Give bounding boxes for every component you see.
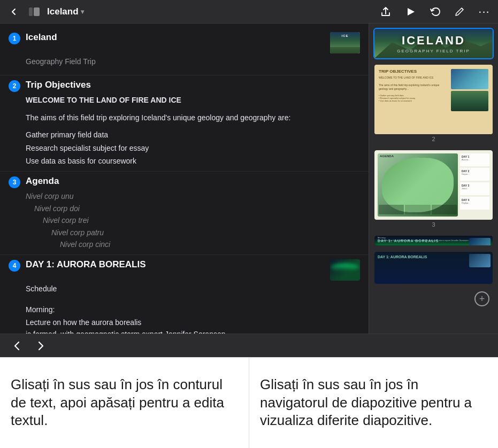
slide2-img-2 xyxy=(451,91,488,111)
slide-3-level-4: Nivel corp patru xyxy=(26,227,360,238)
slide1-nav-subtitle: GEOGRAPHY FIELD TRIP xyxy=(397,49,470,53)
svg-marker-2 xyxy=(408,8,415,16)
top-bar-right: ··· xyxy=(378,4,492,19)
slide-3-level-2: Nivel corp doi xyxy=(26,203,360,214)
main-area: 1 Iceland ICE Geography Field Trip 2 Tri… xyxy=(0,24,498,334)
prev-slide-button[interactable] xyxy=(9,337,26,354)
slide3-box-2: DAY 2 Geysir... xyxy=(460,168,489,181)
slide-4-title: DAY 1: AURORA BOREALIS xyxy=(26,259,146,270)
slide-section-1[interactable]: 1 Iceland ICE Geography Field Trip xyxy=(0,28,369,75)
bottom-bar xyxy=(0,334,498,357)
svg-rect-0 xyxy=(29,7,33,16)
outline-panel[interactable]: 1 Iceland ICE Geography Field Trip 2 Tri… xyxy=(0,24,369,334)
slide-3-header: 3 Agenda xyxy=(9,176,360,188)
slide-1-number: 1 xyxy=(9,33,20,44)
slide-1-title-area: 1 Iceland xyxy=(9,32,57,44)
annotate-button[interactable] xyxy=(452,4,467,19)
nav-slide-5-preview: DAY 1: AURORA BOREALIS xyxy=(374,252,493,284)
slide2-nav-title: TRIP OBJECTIVES xyxy=(379,69,449,74)
slide-section-4[interactable]: 4 DAY 1: AURORA BOREALIS Schedule Mornin… xyxy=(0,255,369,334)
slide-3-title-area: 3 Agenda xyxy=(9,176,59,188)
play-button[interactable] xyxy=(403,4,418,19)
nav-prev-next xyxy=(9,337,49,354)
slide-4-thumbnail xyxy=(330,259,360,281)
nav-slide-5[interactable]: DAY 1: AURORA BOREALIS xyxy=(373,251,494,285)
slide1-nav-title: ICELAND xyxy=(402,34,465,48)
tooltip-left-text: Glisați în sus sau în jos în conturul de… xyxy=(11,376,238,430)
document-title-area[interactable]: Iceland ▾ xyxy=(47,6,84,17)
slide-2-body: WELCOME TO THE LAND OF FIRE AND ICE The … xyxy=(9,94,360,167)
slide3-box-3: DAY 3 Jokul... xyxy=(460,182,489,195)
slide-section-3[interactable]: 3 Agenda Nivel corp unu Nivel corp doi N… xyxy=(0,172,369,255)
slide-4-number: 4 xyxy=(9,260,20,272)
nav-slide-3[interactable]: AGENDA DAY 1 Aurora... DAY 2 Geysir... xyxy=(373,149,494,230)
slide3-map-area: AGENDA xyxy=(378,153,458,217)
slide2-right xyxy=(451,69,488,111)
slide-2-number: 2 xyxy=(9,80,20,92)
sidebar-toggle-icon[interactable] xyxy=(27,4,42,19)
nav-slide-2-number: 2 xyxy=(374,134,493,144)
nav-slide-1[interactable]: ICELAND GEOGRAPHY FIELD TRIP 1 xyxy=(373,28,494,59)
tooltip-right: Glisați în sus sau în jos în navigatorul… xyxy=(249,358,498,448)
slide2-nav-text: WELCOME TO THE LAND OF FIRE AND ICEThe a… xyxy=(379,76,449,91)
slide5-nav-title: DAY 1: AURORA BOREALIS xyxy=(378,255,427,259)
nav-slide-4-preview: DAY 1: AURORA BOREALIS ScheduleMorning:L… xyxy=(374,236,493,245)
nav-slide-4[interactable]: DAY 1: AURORA BOREALIS ScheduleMorning:L… xyxy=(373,235,494,246)
slide-3-title: Agenda xyxy=(26,176,59,187)
slide-4-header: 4 DAY 1: AURORA BOREALIS xyxy=(9,259,360,281)
slide2-img-1 xyxy=(451,69,488,89)
svg-rect-1 xyxy=(34,7,40,16)
more-button[interactable]: ··· xyxy=(477,4,492,19)
slide-3-level-5: Nivel corp cinci xyxy=(26,238,360,250)
tooltip-area: Glisați în sus sau în jos în conturul de… xyxy=(0,357,498,448)
slide-4-schedule: Schedule xyxy=(26,283,360,295)
slide5-corner-img xyxy=(469,254,491,267)
slide-3-level-3: Nivel corp trei xyxy=(26,214,360,226)
nav-slide-2-preview: TRIP OBJECTIVES WELCOME TO THE LAND OF F… xyxy=(374,65,493,134)
title-dropdown-icon[interactable]: ▾ xyxy=(81,8,84,16)
slide-2-title: Trip Objectives xyxy=(26,80,91,90)
next-slide-button[interactable] xyxy=(32,337,49,354)
document-title: Iceland xyxy=(47,6,79,17)
slide-1-body: Geography Field Trip xyxy=(9,56,360,67)
nav-slide-3-number: 3 xyxy=(374,220,493,229)
nav-slide-1-preview: ICELAND GEOGRAPHY FIELD TRIP xyxy=(374,29,493,58)
slide-1-subtitle: Geography Field Trip xyxy=(26,56,360,67)
slide2-left: TRIP OBJECTIVES WELCOME TO THE LAND OF F… xyxy=(379,69,451,102)
slide-1-header: 1 Iceland ICE xyxy=(9,32,360,53)
slide-2-bullet-2: Research specialist subject for essay xyxy=(26,142,360,154)
top-bar-left: Iceland ▾ xyxy=(6,4,84,19)
slide-4-body: Schedule Morning: Lecture on how the aur… xyxy=(9,283,360,334)
slide-1-thumbnail: ICE xyxy=(330,32,360,53)
slide-2-aims: The aims of this field trip exploring Ic… xyxy=(26,112,360,123)
slide-3-body: Nivel corp unu Nivel corp doi Nivel corp… xyxy=(9,190,360,250)
add-slide-button[interactable]: + xyxy=(474,291,489,306)
tooltip-right-text: Glisați în sus sau în jos în navigatorul… xyxy=(260,376,487,430)
top-bar: Iceland ▾ ··· xyxy=(0,0,498,24)
slide-2-header: 2 Trip Objectives xyxy=(9,80,360,92)
nav-slide-4-number: 4 xyxy=(374,245,493,246)
nav-slide-2[interactable]: TRIP OBJECTIVES WELCOME TO THE LAND OF F… xyxy=(373,64,494,145)
slide-2-bullet-1: Gather primary field data xyxy=(26,129,360,141)
slide-section-2[interactable]: 2 Trip Objectives WELCOME TO THE LAND OF… xyxy=(0,75,369,172)
slide-2-bullet-3: Use data as basis for coursework xyxy=(26,155,360,167)
undo-button[interactable] xyxy=(427,4,442,19)
slide-4-lecture: Lecture on how the aurora borealisis for… xyxy=(26,316,360,334)
slide-navigator[interactable]: ICELAND GEOGRAPHY FIELD TRIP 1 TRIP OBJE… xyxy=(369,24,498,334)
slide4-nav-text: ScheduleMorning:Lecture on how the auror… xyxy=(378,236,489,242)
slide3-right-panels: DAY 1 Aurora... DAY 2 Geysir... DAY 3 Jo… xyxy=(460,153,489,217)
slide3-box-4: DAY 4 Reykja... xyxy=(460,197,489,210)
add-icon: + xyxy=(479,293,485,305)
share-button[interactable] xyxy=(378,4,393,19)
slide-1-title: Iceland xyxy=(26,32,57,43)
slide3-box-1: DAY 1 Aurora... xyxy=(460,153,489,166)
add-slide-area: + xyxy=(373,289,494,308)
slide-2-title-area: 2 Trip Objectives xyxy=(9,80,91,92)
slide-4-title-area: 4 DAY 1: AURORA BOREALIS xyxy=(9,259,146,272)
tooltip-left: Glisați în sus sau în jos în conturul de… xyxy=(0,358,249,448)
slide-3-number: 3 xyxy=(9,176,20,188)
nav-slide-3-preview: AGENDA DAY 1 Aurora... DAY 2 Geysir... xyxy=(374,150,493,220)
slide-2-heading: WELCOME TO THE LAND OF FIRE AND ICE xyxy=(26,94,360,106)
back-icon[interactable] xyxy=(6,4,21,19)
nav-slide-1-number: 1 xyxy=(374,58,493,59)
